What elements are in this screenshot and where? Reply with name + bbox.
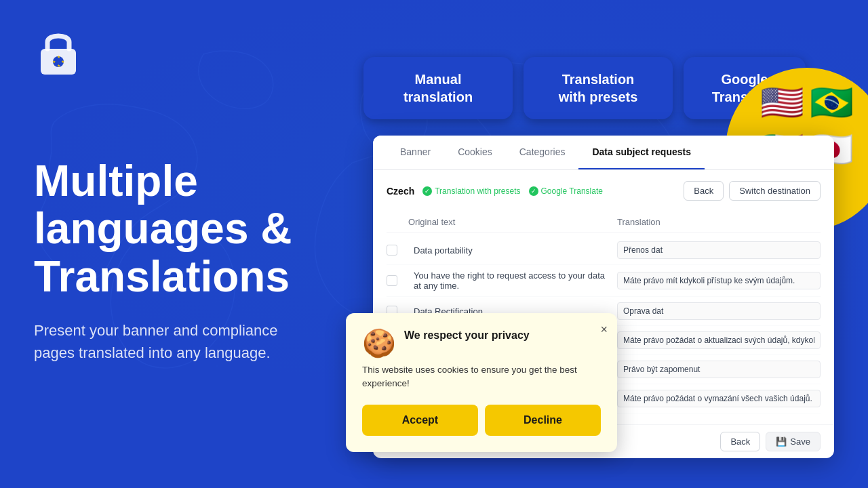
- language-actions: Back Switch destination: [684, 181, 821, 201]
- cookie-header: 🍪 We respect your privacy: [362, 329, 601, 357]
- footer-save-button[interactable]: 💾 Save: [766, 432, 821, 451]
- left-panel: ★ ★ ★ ★ Multiple languages & Translation…: [0, 0, 346, 488]
- row-translation-input[interactable]: [617, 331, 821, 349]
- row-translation-input[interactable]: [617, 241, 821, 259]
- table-header: Original text Translation: [387, 211, 821, 233]
- tab-cookies[interactable]: Cookies: [444, 136, 506, 169]
- google-badge: Google Translate: [529, 186, 603, 196]
- original-text-header: Original text: [408, 217, 617, 227]
- translation-header: Translation: [617, 217, 821, 227]
- cookie-description: This website uses cookies to ensure you …: [362, 363, 601, 391]
- cookie-popup: × 🍪 We respect your privacy This website…: [346, 313, 617, 452]
- table-row: Data portability: [387, 236, 821, 265]
- cookie-accept-button[interactable]: Accept: [362, 405, 478, 436]
- row-translation-input[interactable]: [617, 361, 821, 378]
- footer-back-button[interactable]: Back: [720, 432, 760, 451]
- row-checkbox[interactable]: [387, 245, 397, 256]
- svg-text:★: ★: [52, 60, 56, 64]
- row-original-text: Data portability: [414, 245, 612, 256]
- row-checkbox[interactable]: [387, 275, 397, 286]
- flag-us: 🇺🇸: [760, 85, 804, 120]
- row-translation-input[interactable]: [617, 390, 821, 407]
- language-row: Czech Translation with presets Google Tr…: [387, 181, 821, 201]
- tab-categories[interactable]: Categories: [506, 136, 579, 169]
- row-original-text: You have the right to request access to …: [414, 270, 612, 291]
- lock-icon: ★ ★ ★ ★: [34, 27, 83, 76]
- save-icon: 💾: [776, 436, 787, 447]
- language-label: Czech: [387, 186, 414, 197]
- page-title: Multiple languages & Translations: [34, 157, 312, 300]
- svg-text:★: ★: [57, 55, 60, 59]
- row-translation-input[interactable]: [617, 302, 821, 320]
- cookie-buttons: Accept Decline: [362, 405, 601, 436]
- manual-translation-button[interactable]: Manual translation: [363, 57, 513, 119]
- svg-text:★: ★: [61, 60, 64, 64]
- tab-banner[interactable]: Banner: [387, 136, 444, 169]
- flag-br: 🇧🇷: [810, 85, 854, 120]
- back-button[interactable]: Back: [684, 181, 724, 201]
- translation-presets-button[interactable]: Translation with presets: [524, 57, 673, 119]
- table-row: You have the right to request access to …: [387, 265, 821, 297]
- cookie-close-button[interactable]: ×: [600, 323, 608, 337]
- preset-badge: Translation with presets: [422, 186, 520, 196]
- card-tabs: Banner Cookies Categories Data subject r…: [373, 136, 834, 170]
- cookie-icon: 🍪: [362, 329, 396, 357]
- page-subtitle: Present your banner and compliance pages…: [34, 319, 312, 364]
- cookie-decline-button[interactable]: Decline: [485, 405, 601, 436]
- tab-data-subject-requests[interactable]: Data subject requests: [578, 136, 705, 169]
- cookie-title: We respect your privacy: [404, 329, 530, 342]
- svg-text:★: ★: [57, 64, 60, 68]
- row-translation-input[interactable]: [617, 272, 821, 289]
- switch-destination-button[interactable]: Switch destination: [729, 181, 821, 201]
